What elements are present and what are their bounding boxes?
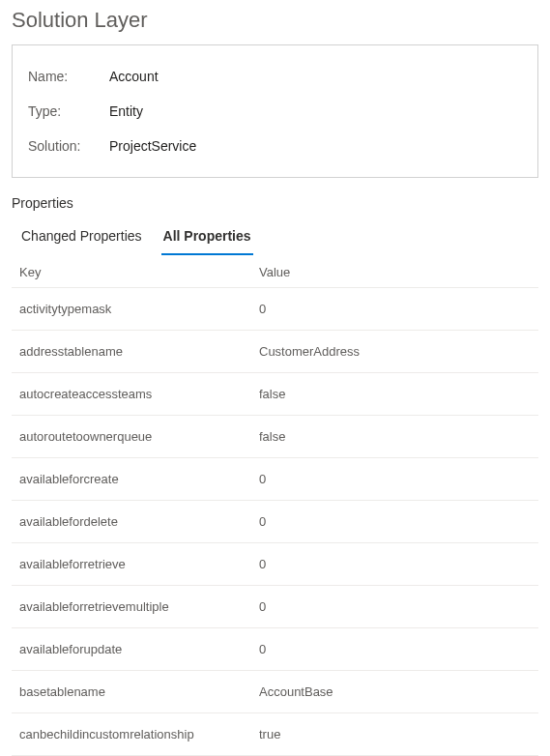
properties-table-body: activitytypemask0addresstablenameCustome…: [12, 287, 538, 756]
property-value: 0: [259, 472, 531, 486]
table-row[interactable]: availableforretrievemultiple0: [12, 585, 538, 627]
table-row[interactable]: activitytypemask0: [12, 287, 538, 330]
property-value: 0: [259, 302, 531, 316]
property-key: addresstablename: [19, 344, 259, 359]
properties-section-header: Properties: [12, 195, 538, 211]
property-key: availableforupdate: [19, 642, 259, 656]
table-row[interactable]: availableforupdate0: [12, 627, 538, 670]
property-value: AccountBase: [259, 684, 531, 699]
property-key: autoroutetoownerqueue: [19, 429, 259, 444]
property-value: 0: [259, 599, 531, 614]
summary-panel: Name: Account Type: Entity Solution: Pro…: [12, 44, 538, 178]
summary-row-type: Type: Entity: [28, 94, 522, 129]
property-key: availableforretrievemultiple: [19, 599, 259, 614]
property-key: availableforcreate: [19, 472, 259, 486]
table-row[interactable]: availablefordelete0: [12, 500, 538, 542]
property-value: 0: [259, 642, 531, 656]
summary-value-type: Entity: [109, 103, 143, 119]
tab-changed-properties[interactable]: Changed Properties: [19, 220, 144, 255]
summary-value-name: Account: [109, 69, 159, 84]
summary-label-solution: Solution:: [28, 138, 109, 154]
properties-tabs: Changed Properties All Properties: [12, 220, 538, 255]
table-row[interactable]: autoroutetoownerqueuefalse: [12, 415, 538, 457]
summary-row-name: Name: Account: [28, 59, 522, 94]
column-header-key[interactable]: Key: [19, 265, 259, 279]
property-key: basetablename: [19, 684, 259, 699]
property-key: activitytypemask: [19, 302, 259, 316]
property-value: 0: [259, 514, 531, 529]
property-key: canbechildincustomrelationship: [19, 727, 259, 741]
table-row[interactable]: canbechildincustomrelationshiptrue: [12, 712, 538, 756]
table-row[interactable]: availableforcreate0: [12, 457, 538, 500]
table-row[interactable]: addresstablenameCustomerAddress: [12, 330, 538, 372]
property-value: true: [259, 727, 531, 741]
column-header-value[interactable]: Value: [259, 265, 531, 279]
page-title: Solution Layer: [12, 8, 538, 33]
property-value: 0: [259, 557, 531, 571]
table-row[interactable]: basetablenameAccountBase: [12, 670, 538, 712]
summary-value-solution: ProjectService: [109, 138, 196, 154]
property-value: false: [259, 387, 531, 401]
property-key: autocreateaccessteams: [19, 387, 259, 401]
summary-row-solution: Solution: ProjectService: [28, 129, 522, 163]
table-row[interactable]: availableforretrieve0: [12, 542, 538, 585]
table-row[interactable]: autocreateaccessteamsfalse: [12, 372, 538, 415]
property-key: availablefordelete: [19, 514, 259, 529]
property-key: availableforretrieve: [19, 557, 259, 571]
summary-label-name: Name:: [28, 69, 109, 84]
property-value: CustomerAddress: [259, 344, 531, 359]
summary-label-type: Type:: [28, 103, 109, 119]
tab-all-properties[interactable]: All Properties: [161, 220, 253, 255]
properties-table-header: Key Value: [12, 263, 538, 287]
property-value: false: [259, 429, 531, 444]
